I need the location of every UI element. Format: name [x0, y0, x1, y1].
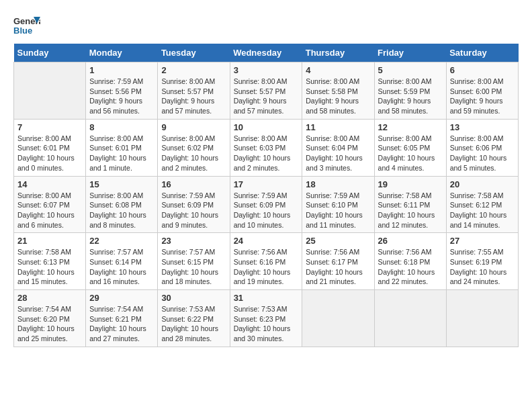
logo-icon: General Blue	[13, 13, 40, 37]
calendar-header-row: SundayMondayTuesdayWednesdayThursdayFrid…	[14, 44, 519, 62]
calendar-cell: 12Sunrise: 8:00 AMSunset: 6:05 PMDayligh…	[374, 119, 446, 176]
col-header-thursday: Thursday	[302, 44, 374, 62]
day-info: Sunrise: 7:58 AMSunset: 6:13 PMDaylight:…	[17, 247, 82, 287]
day-info: Sunrise: 8:00 AMSunset: 6:07 PMDaylight:…	[17, 191, 82, 230]
page-header: General Blue	[13, 13, 519, 37]
day-info: Sunrise: 7:58 AMSunset: 6:11 PMDaylight:…	[378, 191, 443, 230]
day-number: 4	[306, 65, 370, 75]
day-number: 26	[378, 236, 443, 246]
day-number: 20	[450, 179, 515, 189]
calendar-cell	[14, 62, 86, 120]
day-number: 30	[161, 293, 226, 303]
day-info: Sunrise: 7:56 AMSunset: 6:17 PMDaylight:…	[306, 247, 370, 287]
week-row-2: 7Sunrise: 8:00 AMSunset: 6:01 PMDaylight…	[14, 119, 519, 176]
day-number: 2	[161, 65, 226, 75]
calendar-cell: 2Sunrise: 8:00 AMSunset: 5:57 PMDaylight…	[158, 62, 230, 120]
day-info: Sunrise: 7:54 AMSunset: 6:20 PMDaylight:…	[17, 304, 82, 344]
day-number: 11	[306, 122, 370, 132]
calendar-cell: 25Sunrise: 7:56 AMSunset: 6:17 PMDayligh…	[302, 233, 374, 290]
day-info: Sunrise: 8:00 AMSunset: 6:01 PMDaylight:…	[17, 134, 82, 173]
svg-text:Blue: Blue	[13, 26, 32, 36]
day-info: Sunrise: 7:54 AMSunset: 6:21 PMDaylight:…	[89, 304, 154, 344]
calendar-cell: 4Sunrise: 8:00 AMSunset: 5:58 PMDaylight…	[302, 62, 374, 120]
col-header-friday: Friday	[374, 44, 446, 62]
day-info: Sunrise: 8:00 AMSunset: 5:59 PMDaylight:…	[378, 77, 443, 116]
day-info: Sunrise: 7:59 AMSunset: 6:09 PMDaylight:…	[234, 191, 299, 230]
day-info: Sunrise: 8:00 AMSunset: 6:06 PMDaylight:…	[450, 134, 515, 173]
day-number: 3	[234, 65, 299, 75]
day-number: 1	[89, 65, 154, 75]
calendar-table: SundayMondayTuesdayWednesdayThursdayFrid…	[13, 44, 519, 347]
calendar-cell	[302, 290, 374, 347]
day-info: Sunrise: 7:59 AMSunset: 6:10 PMDaylight:…	[306, 191, 370, 230]
day-info: Sunrise: 7:59 AMSunset: 5:56 PMDaylight:…	[89, 77, 154, 116]
day-info: Sunrise: 8:00 AMSunset: 5:57 PMDaylight:…	[234, 77, 299, 116]
calendar-cell: 23Sunrise: 7:57 AMSunset: 6:15 PMDayligh…	[158, 233, 230, 290]
calendar-cell: 16Sunrise: 7:59 AMSunset: 6:09 PMDayligh…	[158, 176, 230, 233]
calendar-cell: 29Sunrise: 7:54 AMSunset: 6:21 PMDayligh…	[86, 290, 158, 347]
day-number: 15	[89, 179, 154, 189]
col-header-wednesday: Wednesday	[230, 44, 302, 62]
day-info: Sunrise: 7:56 AMSunset: 6:16 PMDaylight:…	[234, 247, 299, 287]
day-info: Sunrise: 7:57 AMSunset: 6:15 PMDaylight:…	[161, 247, 226, 287]
calendar-cell: 31Sunrise: 7:53 AMSunset: 6:23 PMDayligh…	[230, 290, 302, 347]
day-info: Sunrise: 8:00 AMSunset: 6:05 PMDaylight:…	[378, 134, 443, 173]
calendar-cell: 21Sunrise: 7:58 AMSunset: 6:13 PMDayligh…	[14, 233, 86, 290]
day-info: Sunrise: 7:56 AMSunset: 6:18 PMDaylight:…	[378, 247, 443, 287]
day-info: Sunrise: 8:00 AMSunset: 6:04 PMDaylight:…	[306, 134, 370, 173]
calendar-cell: 17Sunrise: 7:59 AMSunset: 6:09 PMDayligh…	[230, 176, 302, 233]
day-info: Sunrise: 7:53 AMSunset: 6:22 PMDaylight:…	[161, 304, 226, 344]
day-info: Sunrise: 8:00 AMSunset: 6:03 PMDaylight:…	[234, 134, 299, 173]
week-row-3: 14Sunrise: 8:00 AMSunset: 6:07 PMDayligh…	[14, 176, 519, 233]
day-number: 23	[161, 236, 226, 246]
day-number: 18	[306, 179, 370, 189]
calendar-cell: 15Sunrise: 8:00 AMSunset: 6:08 PMDayligh…	[86, 176, 158, 233]
calendar-cell	[374, 290, 446, 347]
calendar-cell: 28Sunrise: 7:54 AMSunset: 6:20 PMDayligh…	[14, 290, 86, 347]
calendar-cell: 11Sunrise: 8:00 AMSunset: 6:04 PMDayligh…	[302, 119, 374, 176]
day-number: 31	[234, 293, 299, 303]
calendar-cell: 13Sunrise: 8:00 AMSunset: 6:06 PMDayligh…	[446, 119, 518, 176]
col-header-monday: Monday	[86, 44, 158, 62]
calendar-cell: 20Sunrise: 7:58 AMSunset: 6:12 PMDayligh…	[446, 176, 518, 233]
day-number: 27	[450, 236, 515, 246]
calendar-cell: 22Sunrise: 7:57 AMSunset: 6:14 PMDayligh…	[86, 233, 158, 290]
day-info: Sunrise: 7:53 AMSunset: 6:23 PMDaylight:…	[234, 304, 299, 344]
day-info: Sunrise: 8:00 AMSunset: 5:58 PMDaylight:…	[306, 77, 370, 116]
day-number: 16	[161, 179, 226, 189]
calendar-cell: 6Sunrise: 8:00 AMSunset: 6:00 PMDaylight…	[446, 62, 518, 120]
day-number: 10	[234, 122, 299, 132]
col-header-tuesday: Tuesday	[158, 44, 230, 62]
calendar-cell: 30Sunrise: 7:53 AMSunset: 6:22 PMDayligh…	[158, 290, 230, 347]
calendar-cell: 3Sunrise: 8:00 AMSunset: 5:57 PMDaylight…	[230, 62, 302, 120]
day-number: 19	[378, 179, 443, 189]
calendar-cell: 18Sunrise: 7:59 AMSunset: 6:10 PMDayligh…	[302, 176, 374, 233]
logo: General Blue	[13, 13, 43, 37]
calendar-cell: 14Sunrise: 8:00 AMSunset: 6:07 PMDayligh…	[14, 176, 86, 233]
col-header-sunday: Sunday	[14, 44, 86, 62]
day-number: 28	[17, 293, 82, 303]
day-info: Sunrise: 7:58 AMSunset: 6:12 PMDaylight:…	[450, 191, 515, 230]
calendar-cell: 7Sunrise: 8:00 AMSunset: 6:01 PMDaylight…	[14, 119, 86, 176]
calendar-cell	[446, 290, 518, 347]
calendar-cell: 26Sunrise: 7:56 AMSunset: 6:18 PMDayligh…	[374, 233, 446, 290]
day-info: Sunrise: 8:00 AMSunset: 6:02 PMDaylight:…	[161, 134, 226, 173]
day-number: 29	[89, 293, 154, 303]
day-info: Sunrise: 8:00 AMSunset: 5:57 PMDaylight:…	[161, 77, 226, 116]
day-info: Sunrise: 8:00 AMSunset: 6:01 PMDaylight:…	[89, 134, 154, 173]
calendar-cell: 1Sunrise: 7:59 AMSunset: 5:56 PMDaylight…	[86, 62, 158, 120]
day-info: Sunrise: 7:57 AMSunset: 6:14 PMDaylight:…	[89, 247, 154, 287]
day-number: 8	[89, 122, 154, 132]
calendar-cell: 5Sunrise: 8:00 AMSunset: 5:59 PMDaylight…	[374, 62, 446, 120]
day-number: 14	[17, 179, 82, 189]
day-info: Sunrise: 7:59 AMSunset: 6:09 PMDaylight:…	[161, 191, 226, 230]
day-number: 13	[450, 122, 515, 132]
calendar-cell: 9Sunrise: 8:00 AMSunset: 6:02 PMDaylight…	[158, 119, 230, 176]
col-header-saturday: Saturday	[446, 44, 518, 62]
day-number: 21	[17, 236, 82, 246]
day-number: 7	[17, 122, 82, 132]
week-row-1: 1Sunrise: 7:59 AMSunset: 5:56 PMDaylight…	[14, 62, 519, 120]
day-info: Sunrise: 7:55 AMSunset: 6:19 PMDaylight:…	[450, 247, 515, 287]
day-number: 9	[161, 122, 226, 132]
day-number: 22	[89, 236, 154, 246]
